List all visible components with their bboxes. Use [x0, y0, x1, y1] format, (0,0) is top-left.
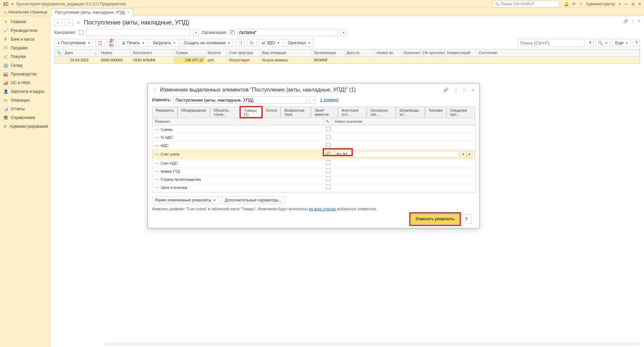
- col-org[interactable]: Организация: [312, 49, 344, 56]
- bell-icon[interactable]: 🔔: [564, 2, 569, 6]
- dialog-tab[interactable]: Реквизиты: [152, 107, 177, 118]
- filter-kontragent-dropdown[interactable]: ▼: [193, 29, 199, 36]
- attr-checkbox-cell[interactable]: [323, 167, 332, 175]
- list-search[interactable]: [518, 39, 585, 47]
- sidebar-item[interactable]: 🚚ОС и НМА: [0, 78, 50, 87]
- nav-forward[interactable]: →: [65, 19, 73, 26]
- sidebar-item[interactable]: 🏢Склад: [0, 61, 50, 70]
- col-date[interactable]: Дата↓: [63, 49, 99, 56]
- attr-checkbox-cell[interactable]: [323, 175, 332, 183]
- attr-checkbox[interactable]: [326, 143, 330, 147]
- attr-checkbox-cell[interactable]: [323, 191, 332, 192]
- attr-row[interactable]: Счет НДС: [152, 159, 475, 167]
- sidebar-item[interactable]: ≡Главное: [0, 17, 50, 26]
- attr-value[interactable]: [332, 186, 475, 189]
- dialog-more-icon[interactable]: ⋮: [452, 88, 460, 93]
- col-sum[interactable]: Сумма: [174, 49, 206, 56]
- dialog-tab[interactable]: Агентские усл...: [338, 107, 367, 118]
- dialog-tab[interactable]: Штрихкоды уп...: [396, 107, 425, 118]
- change-input[interactable]: [173, 96, 307, 104]
- attr-checkbox[interactable]: [326, 127, 330, 131]
- sidebar-item[interactable]: 📚Справочники: [0, 113, 50, 122]
- dialog-tab[interactable]: Объекты строи...: [210, 107, 240, 118]
- attr-checkbox-cell[interactable]: [323, 133, 332, 141]
- col-attach[interactable]: 📎: [55, 49, 63, 56]
- dtkt-button[interactable]: ДтКт: [107, 39, 116, 47]
- registry-button[interactable]: 📑: [235, 39, 245, 47]
- attr-value[interactable]: [332, 170, 475, 173]
- dialog-tab[interactable]: Зачет авансов: [311, 107, 338, 118]
- load-button[interactable]: Загрузить▼: [150, 39, 179, 47]
- col-sf-original[interactable]: СФ оригинал: [420, 49, 445, 56]
- attr-checkbox[interactable]: [326, 185, 330, 189]
- attr-checkbox[interactable]: [326, 161, 330, 165]
- tab-close-icon[interactable]: ×: [127, 10, 129, 14]
- attr-value[interactable]: [332, 144, 475, 147]
- additional-params-button[interactable]: Дополнительные параметры...: [222, 196, 285, 204]
- hint-link[interactable]: во всех строках: [309, 207, 336, 211]
- filter-org-dropdown[interactable]: ▼: [340, 29, 346, 36]
- val-dropdown[interactable]: ▼: [460, 151, 466, 158]
- col-date-in[interactable]: Дата вх.: [344, 49, 375, 56]
- col-currency[interactable]: Валюта: [206, 49, 227, 56]
- nav-back[interactable]: ←: [54, 19, 62, 26]
- filter-org-input[interactable]: [237, 29, 338, 36]
- sidebar-item[interactable]: ₽Банк и касса: [0, 35, 50, 44]
- prev-changed-button[interactable]: Ранее измененные реквизиты▼: [152, 196, 219, 204]
- attr-value[interactable]: [332, 136, 475, 139]
- col-operation[interactable]: Вид операции: [260, 49, 312, 56]
- help-button[interactable]: ?: [633, 39, 640, 47]
- original-button[interactable]: Оригинал▼: [285, 39, 314, 47]
- close-icon[interactable]: ✕: [638, 2, 641, 6]
- dialog-tab[interactable]: Услуги: [262, 107, 281, 118]
- attr-checkbox[interactable]: [326, 177, 330, 181]
- link-icon[interactable]: 🔗: [623, 19, 628, 23]
- col-invoice[interactable]: Счет-фактура: [227, 49, 260, 56]
- history-icon[interactable]: ⟳: [572, 2, 576, 6]
- create-based-button[interactable]: Создать на основании▼: [181, 39, 233, 47]
- star-icon[interactable]: ☆: [579, 2, 583, 6]
- col-comment[interactable]: Комментарий: [445, 49, 477, 56]
- horizontal-scrollbar[interactable]: [104, 342, 640, 346]
- filter-kontragent-checkbox[interactable]: [79, 30, 84, 35]
- dialog-link-icon[interactable]: 🔗: [442, 88, 450, 93]
- attr-checkbox-cell[interactable]: [323, 141, 332, 149]
- attr-checkbox[interactable]: [326, 169, 330, 173]
- element-count-link[interactable]: 1 элемент: [320, 98, 339, 102]
- receipt-button[interactable]: Поступление▼: [54, 39, 93, 47]
- attr-checkbox-cell[interactable]: [323, 151, 332, 158]
- user-label[interactable]: Администратор: [586, 2, 615, 6]
- settings-icon[interactable]: ≡: [619, 2, 621, 6]
- tab-home[interactable]: Начальная страница: [0, 8, 52, 16]
- attr-row[interactable]: НДС: [152, 141, 475, 150]
- attr-checkbox-cell[interactable]: [323, 125, 332, 133]
- attr-checkbox-cell[interactable]: [323, 159, 332, 167]
- attr-row[interactable]: % НДС: [152, 133, 475, 141]
- copy-button[interactable]: 📋: [95, 39, 105, 47]
- attr-value[interactable]: [332, 178, 475, 181]
- col-num[interactable]: Номер: [99, 49, 131, 56]
- more-button[interactable]: Еще▼: [612, 39, 631, 47]
- apply-button[interactable]: Изменить реквизиты: [411, 214, 459, 224]
- filter-kontragent-input[interactable]: [86, 29, 190, 36]
- sidebar-item[interactable]: ⚙Администрирование: [0, 122, 50, 131]
- search-clear[interactable]: ×: [587, 39, 594, 47]
- attr-value[interactable]: ▼⬈: [332, 150, 475, 159]
- change-dropdown[interactable]: ...: [309, 96, 315, 104]
- sidebar-item[interactable]: 👤Зарплата и кадры: [0, 87, 50, 96]
- attr-row[interactable]: Страна происхождения: [152, 175, 475, 183]
- edo-button[interactable]: ⇄ ЭДО▼: [259, 39, 283, 47]
- attr-value-input[interactable]: [335, 151, 459, 158]
- sidebar-item[interactable]: 🏷Продажи: [0, 44, 50, 52]
- attr-checkbox[interactable]: [326, 135, 330, 139]
- attr-row[interactable]: Цена в рознице: [152, 183, 475, 191]
- sidebar-item[interactable]: ⇆Операции: [0, 96, 50, 105]
- search-button[interactable]: 🔍▼: [596, 39, 610, 47]
- dialog-tab[interactable]: Основные сре...: [367, 107, 396, 118]
- dialog-favorite-icon[interactable]: ☆: [152, 86, 157, 94]
- col-state[interactable]: Состояние: [477, 49, 640, 56]
- minimize-icon[interactable]: —: [624, 2, 628, 6]
- attr-row[interactable]: Сумма в рознице: [152, 191, 475, 192]
- favorite-icon[interactable]: ★: [76, 19, 81, 26]
- dialog-maximize-icon[interactable]: □: [462, 88, 468, 93]
